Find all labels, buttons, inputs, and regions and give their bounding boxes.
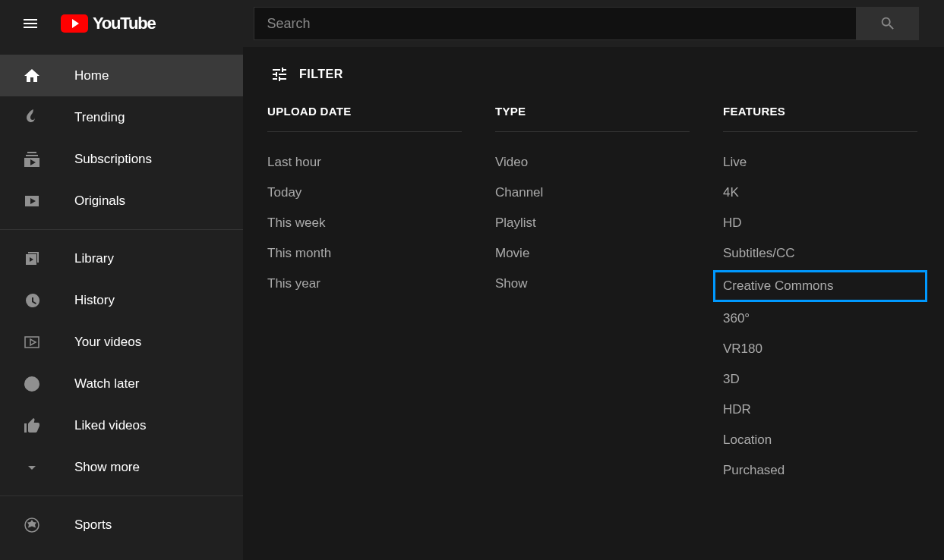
search-input[interactable] <box>254 7 857 40</box>
originals-icon <box>21 190 43 212</box>
sidebar-item-history[interactable]: History <box>0 279 243 321</box>
sidebar-item-label: Show more <box>74 460 140 475</box>
main-content: FILTER UPLOAD DATELast hourTodayThis wee… <box>243 47 944 560</box>
filter-option-video[interactable]: Video <box>495 147 690 178</box>
sidebar-item-label: Trending <box>74 110 125 125</box>
search-bar <box>254 7 919 40</box>
sidebar-group-subscriptions: Sports <box>0 496 243 553</box>
sidebar-group-primary: HomeTrendingSubscriptionsOriginals <box>0 47 243 230</box>
youtube-play-icon <box>61 14 88 33</box>
sidebar-item-your-videos[interactable]: Your videos <box>0 321 243 363</box>
your-videos-icon <box>21 332 43 353</box>
sidebar-item-library[interactable]: Library <box>0 238 243 279</box>
sidebar-item-label: Liked videos <box>74 418 147 433</box>
filter-option-hdr[interactable]: HDR <box>723 395 917 425</box>
tune-icon <box>270 65 289 83</box>
filter-option-this-year[interactable]: This year <box>267 269 462 299</box>
sidebar-item-label: Sports <box>74 518 112 533</box>
filter-option-channel[interactable]: Channel <box>495 178 690 208</box>
sidebar-item-label: Subscriptions <box>74 152 152 167</box>
chevron-down-icon <box>21 457 43 478</box>
filter-column-upload-date: UPLOAD DATELast hourTodayThis weekThis m… <box>267 105 462 486</box>
filter-option-360-[interactable]: 360° <box>723 304 917 334</box>
filter-option-vr180[interactable]: VR180 <box>723 334 917 364</box>
hamburger-menu-button[interactable] <box>15 8 46 39</box>
sports-icon <box>21 514 43 536</box>
sidebar-item-label: Library <box>74 251 114 266</box>
sidebar-item-show-more[interactable]: Show more <box>0 446 243 488</box>
filter-toggle[interactable]: FILTER <box>270 65 920 83</box>
filter-column-title: FEATURES <box>723 105 917 132</box>
filter-option-movie[interactable]: Movie <box>495 238 690 269</box>
filter-option-4k[interactable]: 4K <box>723 178 917 208</box>
search-icon <box>879 15 896 32</box>
filter-column-features: FEATURESLive4KHDSubtitles/CCCreative Com… <box>723 105 917 486</box>
sidebar-item-liked-videos[interactable]: Liked videos <box>0 404 243 446</box>
home-icon <box>21 65 43 87</box>
sidebar-item-label: Your videos <box>74 335 141 350</box>
sidebar-item-watch-later[interactable]: Watch later <box>0 363 243 404</box>
filter-option-live[interactable]: Live <box>723 147 917 178</box>
top-header: YouTube <box>0 0 944 47</box>
filter-option-creative-commons[interactable]: Creative Commons <box>713 270 927 302</box>
history-icon <box>21 290 43 311</box>
library-icon <box>21 248 43 269</box>
clock-icon <box>21 373 43 395</box>
filter-option-3d[interactable]: 3D <box>723 364 917 395</box>
youtube-logo[interactable]: YouTube <box>61 14 155 33</box>
filter-option-last-hour[interactable]: Last hour <box>267 147 462 178</box>
sidebar-group-library: LibraryHistoryYour videosWatch laterLike… <box>0 230 243 496</box>
filter-option-location[interactable]: Location <box>723 425 917 455</box>
filter-option-show[interactable]: Show <box>495 269 690 299</box>
filter-option-subtitles-cc[interactable]: Subtitles/CC <box>723 238 917 269</box>
sidebar-item-subscriptions[interactable]: Subscriptions <box>0 138 243 180</box>
sidebar: HomeTrendingSubscriptionsOriginals Libra… <box>0 47 243 560</box>
sidebar-item-originals[interactable]: Originals <box>0 180 243 222</box>
sidebar-item-label: Watch later <box>74 376 139 392</box>
filter-label: FILTER <box>299 68 343 81</box>
sidebar-item-home[interactable]: Home <box>0 55 243 96</box>
sidebar-item-trending[interactable]: Trending <box>0 96 243 138</box>
filter-option-purchased[interactable]: Purchased <box>723 455 917 486</box>
thumbs-up-icon <box>21 415 43 436</box>
flame-icon <box>21 107 43 128</box>
sidebar-item-label: History <box>74 293 115 308</box>
sidebar-item-label: Originals <box>74 193 125 209</box>
youtube-logo-text: YouTube <box>93 14 155 33</box>
filter-column-title: UPLOAD DATE <box>267 105 462 132</box>
filter-option-this-week[interactable]: This week <box>267 208 462 238</box>
filter-column-type: TYPEVideoChannelPlaylistMovieShow <box>495 105 690 486</box>
search-button[interactable] <box>857 7 919 40</box>
filter-option-this-month[interactable]: This month <box>267 238 462 269</box>
subscriptions-icon <box>21 149 43 170</box>
menu-icon <box>21 14 39 33</box>
filter-option-hd[interactable]: HD <box>723 208 917 238</box>
filter-option-playlist[interactable]: Playlist <box>495 208 690 238</box>
filter-column-title: TYPE <box>495 105 690 132</box>
sidebar-item-sports[interactable]: Sports <box>0 504 243 546</box>
sidebar-item-label: Home <box>74 68 109 83</box>
filter-columns: UPLOAD DATELast hourTodayThis weekThis m… <box>267 105 920 486</box>
filter-option-today[interactable]: Today <box>267 178 462 208</box>
